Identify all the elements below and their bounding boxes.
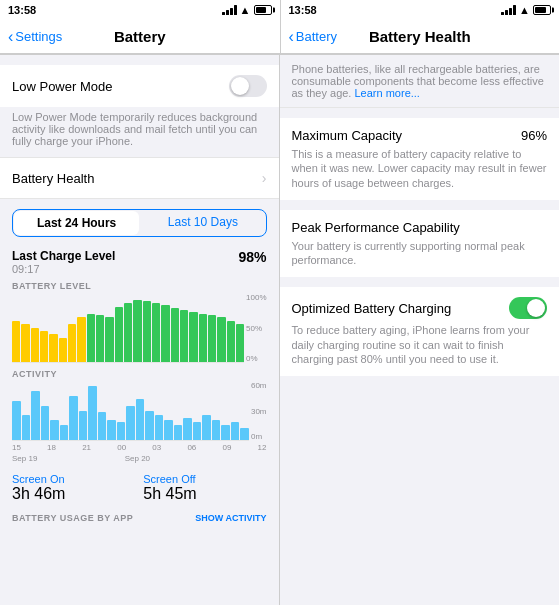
battery-bar-17 <box>171 293 179 362</box>
time-label-18: 18 <box>47 443 56 452</box>
time-label-12: 12 <box>258 443 267 452</box>
activity-chart-y-labels: 60m 30m 0m <box>249 381 267 441</box>
screen-off-value: 5h 45m <box>143 485 266 503</box>
right-battery-icon <box>533 5 551 15</box>
time-label-00: 00 <box>117 443 126 452</box>
show-activity-button[interactable]: SHOW ACTIVITY <box>195 513 266 523</box>
battery-bar-6 <box>68 293 76 362</box>
battery-bar-20 <box>199 293 207 362</box>
low-power-mode-label: Low Power Mode <box>12 79 112 94</box>
battery-level-chart-section: BATTERY LEVEL 100% 50% 0% <box>0 277 279 365</box>
battery-bar-0 <box>12 293 20 362</box>
activity-bar-11 <box>117 422 126 440</box>
tab-last-10-days[interactable]: Last 10 Days <box>140 210 265 236</box>
battery-health-row[interactable]: Battery Health › <box>0 157 279 199</box>
activity-bar-12 <box>126 406 135 440</box>
activity-bar-10 <box>107 420 116 440</box>
screen-on-stat: Screen On 3h 46m <box>12 473 135 503</box>
battery-bar-7 <box>77 293 85 362</box>
activity-bar-21 <box>212 420 221 440</box>
optimized-charging-header: Optimized Battery Charging <box>292 297 548 319</box>
peak-performance-section: Peak Performance Capability Your battery… <box>280 210 560 278</box>
time-label-06: 06 <box>187 443 196 452</box>
activity-bar-6 <box>69 396 78 440</box>
activity-y-30m: 30m <box>251 407 267 416</box>
activity-bar-13 <box>136 399 145 440</box>
peak-performance-row: Peak Performance Capability Your battery… <box>280 210 560 278</box>
right-back-button[interactable]: ‹ Battery <box>289 28 338 46</box>
optimized-charging-row: Optimized Battery Charging To reduce bat… <box>280 287 560 376</box>
battery-bar-21 <box>208 293 216 362</box>
activity-chart-section: ACTIVITY 60m 30m 0m 15 18 21 00 03 06 09… <box>0 365 279 465</box>
right-back-chevron-icon: ‹ <box>289 28 294 46</box>
battery-health-description: Phone batteries, like all rechargeable b… <box>280 55 560 108</box>
battery-usage-label: BATTERY USAGE BY APP <box>12 513 133 523</box>
date-sep20: Sep 20 <box>125 454 150 463</box>
low-power-mode-section: Low Power Mode <box>0 65 279 107</box>
battery-health-label: Battery Health <box>12 171 94 186</box>
peak-performance-header: Peak Performance Capability <box>292 220 548 235</box>
activity-bar-15 <box>155 415 164 440</box>
activity-bar-1 <box>22 415 31 440</box>
left-back-button[interactable]: ‹ Settings <box>8 28 62 46</box>
battery-y-100: 100% <box>246 293 266 302</box>
optimized-charging-title: Optimized Battery Charging <box>292 301 452 316</box>
battery-bar-11 <box>115 293 123 362</box>
screen-on-value: 3h 46m <box>12 485 135 503</box>
optimized-charging-description: To reduce battery aging, iPhone learns f… <box>292 323 548 366</box>
battery-bar-4 <box>49 293 57 362</box>
right-nav-header: ‹ Battery Battery Health <box>280 20 560 54</box>
activity-bar-9 <box>98 412 107 440</box>
battery-bar-10 <box>105 293 113 362</box>
battery-chart-bars <box>12 293 244 363</box>
optimized-charging-toggle-knob <box>527 299 545 317</box>
learn-more-link[interactable]: Learn more... <box>355 87 420 99</box>
activity-bar-8 <box>88 386 97 440</box>
left-nav-header: ‹ Settings Battery <box>0 20 280 54</box>
battery-bar-18 <box>180 293 188 362</box>
battery-level-chart-label: BATTERY LEVEL <box>12 281 267 291</box>
battery-bar-1 <box>21 293 29 362</box>
maximum-capacity-header: Maximum Capacity 96% <box>292 128 548 143</box>
optimized-charging-toggle[interactable] <box>509 297 547 319</box>
right-panel: Phone batteries, like all rechargeable b… <box>280 55 560 605</box>
toggle-knob <box>231 77 249 95</box>
battery-y-0: 0% <box>246 354 266 363</box>
low-power-mode-toggle[interactable] <box>229 75 267 97</box>
peak-performance-title: Peak Performance Capability <box>292 220 460 235</box>
left-signal-icon <box>222 5 237 15</box>
battery-bar-9 <box>96 293 104 362</box>
battery-bar-2 <box>31 293 39 362</box>
left-time: 13:58 <box>8 4 36 16</box>
activity-y-0m: 0m <box>251 432 267 441</box>
battery-chart-y-labels: 100% 50% 0% <box>244 293 266 363</box>
battery-bar-8 <box>87 293 95 362</box>
maximum-capacity-section: Maximum Capacity 96% This is a measure o… <box>280 118 560 200</box>
left-back-chevron-icon: ‹ <box>8 28 13 46</box>
screen-off-stat: Screen Off 5h 45m <box>143 473 266 503</box>
activity-bar-20 <box>202 415 211 440</box>
activity-bar-23 <box>231 422 240 440</box>
status-bars: 13:58 ▲ 13:58 ▲ <box>0 0 559 20</box>
right-wifi-icon: ▲ <box>519 4 530 16</box>
right-time: 13:58 <box>289 4 317 16</box>
activity-bar-17 <box>174 425 183 440</box>
battery-bar-19 <box>189 293 197 362</box>
left-status-bar: 13:58 ▲ <box>0 0 280 20</box>
battery-y-50: 50% <box>246 324 266 333</box>
battery-bar-22 <box>217 293 225 362</box>
tab-last-24-hours[interactable]: Last 24 Hours <box>14 211 139 235</box>
battery-usage-header: BATTERY USAGE BY APP SHOW ACTIVITY <box>0 507 279 523</box>
activity-chart-label: ACTIVITY <box>12 369 267 379</box>
activity-bar-16 <box>164 420 173 440</box>
battery-bar-13 <box>133 293 141 362</box>
screen-on-label: Screen On <box>12 473 135 485</box>
peak-performance-description: Your battery is currently supporting nor… <box>292 239 548 268</box>
low-power-mode-description: Low Power Mode temporarily reduces backg… <box>0 107 279 157</box>
last-charge-time: 09:17 <box>12 263 115 275</box>
maximum-capacity-row: Maximum Capacity 96% This is a measure o… <box>280 118 560 200</box>
battery-bar-24 <box>236 293 244 362</box>
time-label-15: 15 <box>12 443 21 452</box>
screen-stats: Screen On 3h 46m Screen Off 5h 45m <box>0 465 279 507</box>
left-battery-icon <box>254 5 272 15</box>
